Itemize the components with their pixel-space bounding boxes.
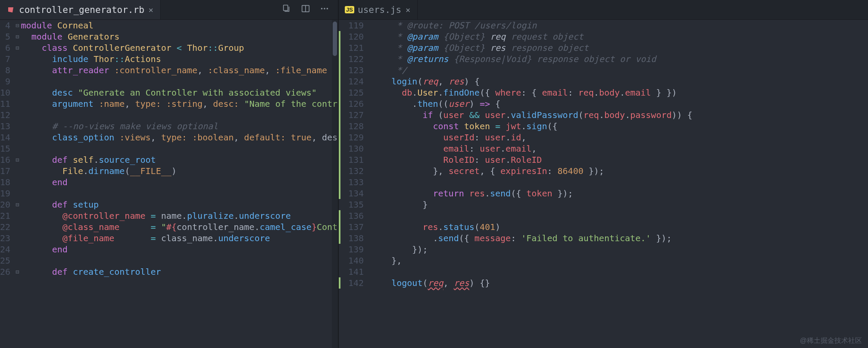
- tab-label: controller_generator.rb: [19, 5, 144, 15]
- more-icon[interactable]: [320, 4, 329, 16]
- line-gutter: 4567891011121314151617181920212223242526: [0, 20, 16, 348]
- fold-column[interactable]: ⊟⊟⊟⊟⊟⊟: [16, 20, 19, 348]
- svg-point-4: [324, 8, 325, 9]
- code-editor-right[interactable]: 1191201211221231241251261271281291301311…: [339, 20, 868, 348]
- tab-label: users.js: [358, 5, 401, 15]
- watermark: @稀土掘金技术社区: [800, 336, 862, 345]
- diff-icon[interactable]: [282, 4, 291, 16]
- editor-pane-left: controller_generator.rb ✕ 45678910111213…: [0, 0, 338, 348]
- line-gutter: 1191201211221231241251261271281291301311…: [339, 20, 369, 348]
- scrollbar[interactable]: [332, 20, 338, 348]
- ruby-icon: [7, 6, 15, 14]
- code-editor-left[interactable]: 4567891011121314151617181920212223242526…: [0, 20, 338, 348]
- svg-point-5: [327, 8, 328, 9]
- tab-controller-generator[interactable]: controller_generator.rb ✕: [0, 0, 161, 19]
- svg-rect-0: [284, 5, 288, 11]
- editor-pane-right: JS users.js ✕ 11912012112212312412512612…: [339, 0, 868, 348]
- code-area[interactable]: * @route: POST /users/login * @param {Ob…: [369, 20, 868, 348]
- close-icon[interactable]: ✕: [149, 5, 153, 14]
- tab-bar: controller_generator.rb ✕: [0, 0, 338, 20]
- javascript-icon: JS: [346, 6, 353, 14]
- tab-bar: JS users.js ✕: [339, 0, 868, 20]
- svg-point-3: [321, 8, 323, 9]
- close-icon[interactable]: ✕: [406, 5, 410, 14]
- code-area[interactable]: module Corneal module Generators class C…: [19, 20, 338, 348]
- tab-actions: [282, 0, 338, 19]
- split-editor-icon[interactable]: [301, 4, 310, 16]
- tab-users-js[interactable]: JS users.js ✕: [339, 0, 418, 19]
- scrollbar-thumb[interactable]: [333, 22, 337, 56]
